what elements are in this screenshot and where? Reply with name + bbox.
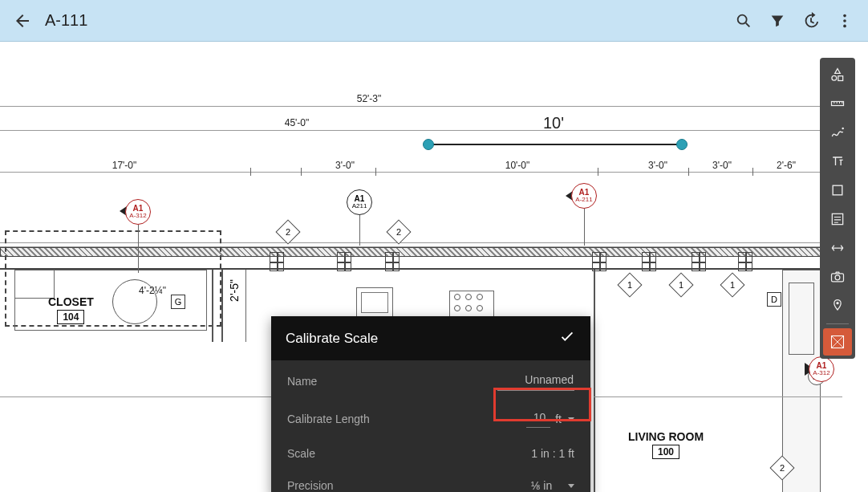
dim-seg-2: 10'-0" xyxy=(445,160,590,171)
note-tool[interactable] xyxy=(823,205,852,233)
bubble-a1: A1 A211 xyxy=(347,189,372,215)
mullion-3 xyxy=(385,252,400,271)
mullion-6 xyxy=(692,252,706,271)
scale-value: 1 in : 1 ft xyxy=(531,447,574,460)
mullion-5 xyxy=(642,252,656,271)
stamp-tool[interactable] xyxy=(823,234,852,262)
note-icon xyxy=(829,211,846,227)
arrow-left-icon xyxy=(13,11,32,30)
mullion-2 xyxy=(337,252,351,271)
filter-icon xyxy=(769,12,786,30)
camera-icon xyxy=(829,269,846,285)
ruler-icon xyxy=(829,96,846,112)
keynote-1c: 1 xyxy=(720,272,744,297)
calibration-readout: 10' xyxy=(429,114,678,132)
height-dim: 2'-5" xyxy=(228,279,241,302)
draw-icon xyxy=(829,124,846,140)
page-title: A-111 xyxy=(45,11,87,30)
app-header: A-111 xyxy=(0,0,868,42)
pin-tool[interactable] xyxy=(823,292,852,319)
precision-label: Precision xyxy=(287,479,334,492)
keynote-1b: 1 xyxy=(668,272,693,297)
dim-seg-1: 3'-0" xyxy=(313,160,377,171)
more-vert-icon xyxy=(836,12,854,30)
filter-button[interactable] xyxy=(761,4,794,38)
text-icon xyxy=(829,153,846,169)
keynote-2b: 2 xyxy=(386,219,411,244)
dim-overall: 52'-3" xyxy=(0,93,738,104)
svg-point-11 xyxy=(835,275,840,280)
calibration-handle-right[interactable] xyxy=(676,139,688,150)
history-icon xyxy=(802,12,820,30)
search-button[interactable] xyxy=(727,4,761,38)
panel-title: Calibrate Scale xyxy=(286,331,378,347)
markup-toolbar xyxy=(820,58,855,359)
mullion-7 xyxy=(738,252,752,271)
tag-g: G xyxy=(171,295,185,309)
panel-confirm-button[interactable] xyxy=(558,327,576,349)
chevron-down-icon xyxy=(568,484,574,488)
name-label: Name xyxy=(287,375,317,388)
text-tool[interactable] xyxy=(823,148,852,175)
calibration-handle-left[interactable] xyxy=(423,139,434,150)
svg-point-0 xyxy=(738,14,747,23)
dim-seg-4: 3'-0" xyxy=(698,160,746,171)
calibrate-tool[interactable] xyxy=(823,328,852,356)
dim-seg-3: 3'-0" xyxy=(634,160,682,171)
measure-tool[interactable] xyxy=(823,90,852,117)
mullion-1 xyxy=(270,252,284,271)
keynote-2a: 2 xyxy=(275,219,300,244)
svg-point-1 xyxy=(843,14,846,17)
calibration-line[interactable] xyxy=(431,144,679,145)
calibrate-panel: Calibrate Scale Name Unnamed Calibrate L… xyxy=(271,316,590,492)
bubble-a21: A1 A-211 xyxy=(571,183,597,209)
svg-rect-8 xyxy=(833,185,842,195)
history-button[interactable] xyxy=(794,4,828,38)
svg-point-2 xyxy=(843,19,846,22)
bubble-right: A1 A-312 xyxy=(809,356,834,382)
overflow-button[interactable] xyxy=(828,4,862,38)
name-field[interactable]: Unnamed xyxy=(497,372,574,391)
search-icon xyxy=(735,12,752,30)
square-icon xyxy=(829,182,846,198)
scale-label: Scale xyxy=(287,447,315,460)
mullion-4 xyxy=(592,252,606,271)
back-button[interactable] xyxy=(6,5,39,37)
bubble-a312: A1 A-312 xyxy=(125,199,151,225)
length-value-field[interactable]: 10 xyxy=(526,410,550,428)
precision-dropdown[interactable]: ⅛ in xyxy=(531,479,574,492)
svg-point-3 xyxy=(843,24,846,27)
keynote-1a: 1 xyxy=(617,272,642,297)
shapes-icon xyxy=(829,67,846,83)
living-room-label: LIVING ROOM 100 xyxy=(618,430,714,459)
calibrate-icon xyxy=(829,334,846,350)
svg-point-7 xyxy=(842,128,844,130)
select-shape-tool[interactable] xyxy=(823,61,852,88)
dim-seg-5: 2'-6" xyxy=(762,160,810,171)
svg-point-4 xyxy=(832,75,837,80)
svg-rect-5 xyxy=(838,76,843,81)
rectangle-tool[interactable] xyxy=(823,177,852,204)
length-label: Calibrate Length xyxy=(287,413,370,425)
dim-seg-0: 17'-0" xyxy=(0,160,249,171)
closet-depth-dim: 4'-2¼" xyxy=(133,285,172,296)
stamp-icon xyxy=(829,240,846,256)
camera-tool[interactable] xyxy=(823,263,852,291)
closet-label: CLOSET 104 xyxy=(48,295,94,324)
svg-rect-6 xyxy=(832,102,844,106)
pin-icon xyxy=(829,298,846,314)
tag-d: D xyxy=(767,292,781,307)
polyline-tool[interactable] xyxy=(823,119,852,146)
svg-point-12 xyxy=(836,302,838,304)
length-unit-dropdown[interactable]: ft xyxy=(555,413,574,425)
check-icon xyxy=(558,327,576,345)
chevron-down-icon xyxy=(568,417,574,421)
